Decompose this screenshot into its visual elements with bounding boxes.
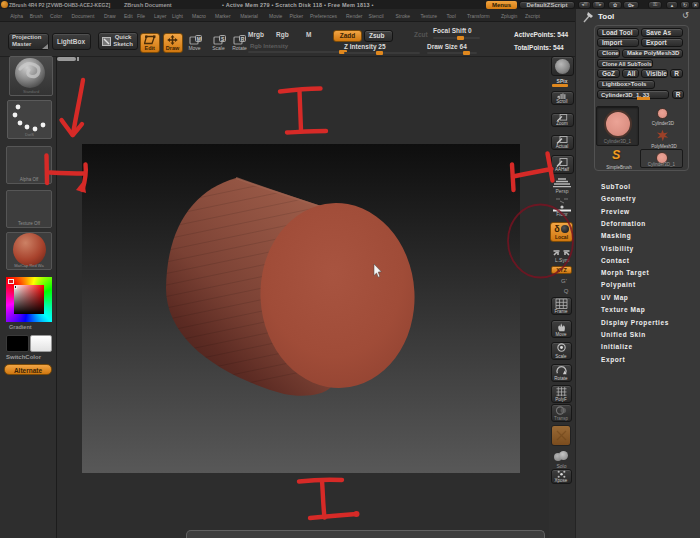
svg-text:M: M: [196, 36, 200, 42]
svg-text:R: R: [241, 36, 245, 42]
